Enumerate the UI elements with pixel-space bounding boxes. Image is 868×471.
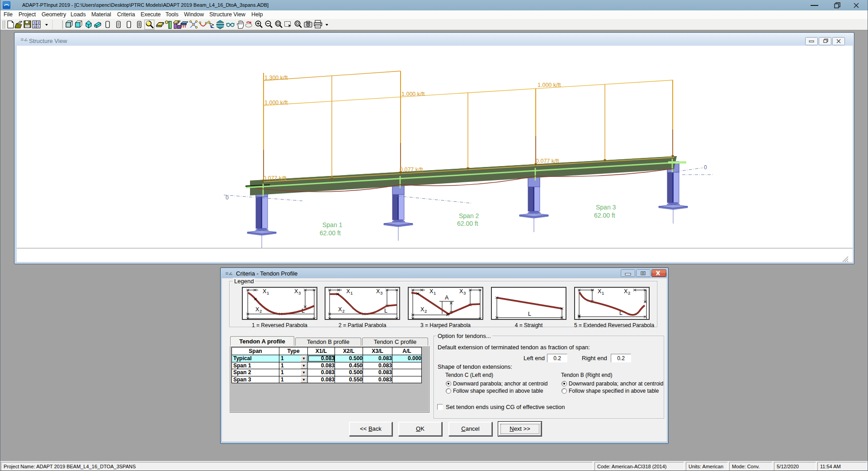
svg-text:X: X [263,288,267,295]
svg-text:X: X [294,288,298,295]
svg-text:1: 1 [434,290,436,295]
svg-text:0: 0 [704,164,707,171]
svg-text:L: L [528,311,531,317]
svg-text:2: 2 [628,290,630,295]
svg-text:1: 1 [602,290,604,295]
svg-text:A: A [445,295,449,301]
svg-text:L: L [384,308,387,314]
svg-text:1.300 k/ft: 1.300 k/ft [264,75,288,81]
svg-text:2: 2 [425,309,427,314]
svg-text:3: 3 [463,290,466,295]
svg-text:62.00 ft: 62.00 ft [320,229,341,237]
svg-text:0.077 k/ft: 0.077 k/ft [536,158,559,164]
svg-text:1.000 k/ft: 1.000 k/ft [401,91,425,97]
svg-text:3: 3 [298,290,301,295]
svg-text:2: 2 [259,309,262,314]
svg-text:Span 3: Span 3 [596,204,616,211]
svg-text:62.00 ft: 62.00 ft [457,220,478,227]
svg-text:X: X [624,288,628,295]
svg-text:1.000 k/ft: 1.000 k/ft [264,100,288,106]
svg-text:X: X [338,306,342,313]
svg-text:0.077 k/ft: 0.077 k/ft [263,175,287,181]
svg-text:X: X [429,288,434,295]
svg-text:Span 1: Span 1 [322,221,343,228]
svg-text:0: 0 [226,195,229,201]
svg-text:Span 2: Span 2 [459,212,479,219]
svg-text:X: X [459,288,463,295]
svg-text:X: X [255,306,259,313]
svg-text:2: 2 [342,309,344,314]
svg-text:1: 1 [350,290,353,295]
svg-text:0.077 k/ft: 0.077 k/ft [400,167,423,173]
svg-text:X: X [598,288,602,295]
svg-text:1: 1 [267,290,269,295]
svg-text:62.00 ft: 62.00 ft [594,212,615,219]
svg-text:X: X [420,306,425,313]
svg-text:1.000 k/ft: 1.000 k/ft [538,82,561,88]
svg-text:X: X [346,288,350,295]
svg-text:3: 3 [380,290,382,295]
svg-text:X: X [376,288,380,295]
